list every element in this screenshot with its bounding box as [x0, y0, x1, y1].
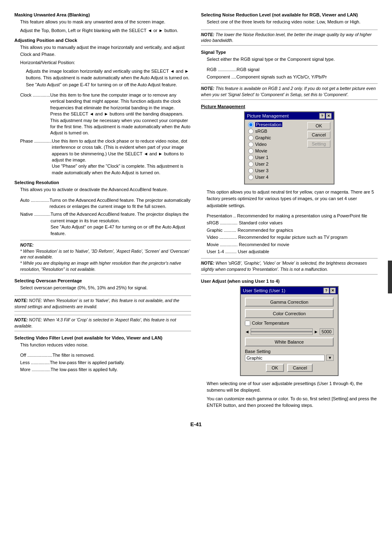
- resolution-title: Selecting Resolution: [14, 180, 191, 185]
- pm-close-icon[interactable]: ✕: [326, 113, 332, 119]
- pm-option-user4[interactable]: User 4: [248, 175, 304, 180]
- color-temp-label: Color Temperature: [252, 321, 289, 325]
- pm-option-user1[interactable]: User 1: [248, 155, 304, 160]
- pm-dialog-title: Picture Management: [247, 113, 289, 118]
- signal-type-body: Select either the RGB signal type or the…: [207, 56, 378, 63]
- base-setting-dropdown[interactable]: Graphic: [245, 355, 325, 361]
- adjusting-body1: This allows you to manually adjust the i…: [20, 44, 191, 58]
- us-body: Gamma Correction Color Correction Color …: [241, 294, 338, 375]
- overscan-body: Select overscan percentage (0%, 5%, 10% …: [20, 284, 191, 291]
- phase-def: Phase .............. Use this item to ad…: [20, 138, 191, 176]
- movie-desc: Movie .............. Recommended for mov…: [207, 242, 378, 248]
- slider-left-arrow[interactable]: ◄: [245, 329, 249, 334]
- pm-radio-user4[interactable]: [248, 175, 254, 180]
- pm-body: Presentation sRGB Graphic: [245, 120, 334, 184]
- noise-reduction-body: Select one of the three levels for reduc…: [207, 18, 378, 25]
- resolution-note1: * When 'Resolution' is set to 'Native', …: [20, 249, 189, 260]
- component-desc: Component signals such as Y/Cb/Cr, Y/Pb/…: [236, 74, 378, 80]
- rgb-desc: RGB signal: [237, 67, 378, 73]
- auto-term: Auto ...............: [20, 197, 50, 210]
- presentation-desc-text: Presentation .. Recommended for making a…: [207, 213, 367, 219]
- pm-option-graphic[interactable]: Graphic: [248, 135, 304, 141]
- user-adjust-body2: You can customize each gamma or color. T…: [207, 395, 378, 409]
- pm-radio-user3[interactable]: [248, 168, 254, 173]
- pm-label-srgb: sRGB: [255, 129, 267, 134]
- pm-help-icon[interactable]: ?: [319, 113, 325, 119]
- left-column: Masking Unwanted Area (Blanking) This fe…: [14, 12, 191, 413]
- off-desc: The filter is removed.: [53, 352, 191, 358]
- color-temp-checkbox[interactable]: [245, 321, 250, 326]
- resolution-defs: Auto ............... Turns on the Advanc…: [20, 197, 191, 237]
- us-help-icon[interactable]: ?: [323, 288, 329, 293]
- adjusting-body3: Adjusts the image location horizontally …: [26, 68, 191, 88]
- pm-option-user2[interactable]: User 2: [248, 162, 304, 167]
- pm-cancel-button[interactable]: Cancel: [307, 131, 330, 138]
- signal-type-note: NOTE: This feature is available on RGB 1…: [201, 83, 378, 99]
- overscan-note1-text: NOTE: When 'Resolution' is set to 'Nativ…: [14, 298, 179, 309]
- component-def: Component .... Component signals such as…: [207, 74, 378, 80]
- pm-radio-movie[interactable]: [248, 148, 254, 154]
- base-setting-label: Base Setting: [245, 349, 334, 354]
- phase-term: Phase ..............: [20, 138, 52, 176]
- color-temp-slider[interactable]: [251, 328, 313, 335]
- video-filter-title: Selecting Video Filter Level (not availa…: [14, 335, 191, 340]
- pm-option-presentation[interactable]: Presentation: [248, 122, 304, 127]
- rgb-term: RGB ...............: [207, 67, 237, 73]
- srgb-desc-text: sRGB .............. Standard color value…: [207, 220, 283, 226]
- overscan-note2: NOTE: NOTE: When '4:3 Fill' or 'Crop' is…: [14, 315, 191, 331]
- adjusting-section: Adjusting Position and Clock This allows…: [14, 38, 191, 176]
- video-filter-body1: This function reduces video noise.: [20, 342, 191, 349]
- overscan-note1: NOTE: NOTE: When 'Resolution' is set to …: [14, 295, 191, 312]
- pm-buttons: OK Cancel Setting: [307, 122, 330, 181]
- pm-note: NOTE: When 'sRGB', 'Graphic', 'Video' or…: [201, 258, 378, 274]
- pm-option-movie[interactable]: Movie: [248, 148, 304, 154]
- pm-option-video[interactable]: Video: [248, 142, 304, 147]
- pm-radio-user2[interactable]: [248, 162, 254, 167]
- masking-section: Masking Unwanted Area (Blanking) This fe…: [14, 12, 191, 34]
- resolution-body: This allows you to activate or deactivat…: [20, 186, 191, 193]
- pm-options: Presentation sRGB Graphic: [248, 122, 304, 181]
- off-def: Off .................... The filter is r…: [20, 352, 191, 358]
- video-filter-defs: Off .................... The filter is r…: [20, 352, 191, 373]
- signal-type-title: Signal Type: [201, 50, 378, 55]
- signal-type-body1: Select either the RGB signal type or the…: [207, 56, 378, 63]
- dropdown-arrow-icon[interactable]: ▼: [326, 355, 334, 361]
- pm-titlebar: Picture Management ? ✕: [245, 112, 334, 120]
- pm-section-title: Picture Management: [201, 104, 378, 109]
- pm-radio-presentation[interactable]: [248, 122, 254, 127]
- adjusting-body2: Horizontal/Vertical Position:: [20, 59, 191, 66]
- pm-radio-video[interactable]: [248, 142, 254, 147]
- pm-option-srgb[interactable]: sRGB: [248, 129, 304, 134]
- us-cancel-button[interactable]: Cancel: [287, 364, 313, 372]
- auto-desc: Turns on the Advanced AccuBlend feature.…: [50, 197, 191, 210]
- pm-option-user3[interactable]: User 3: [248, 168, 304, 173]
- pm-titlebar-icons: ? ✕: [319, 113, 332, 119]
- base-setting-dropdown-row: Graphic ▼: [245, 355, 334, 361]
- video-desc-text: Video .............. Recommended for reg…: [207, 234, 348, 240]
- pm-radio-srgb[interactable]: [248, 129, 254, 134]
- more-desc: The low-pass filter is applied fully.: [51, 367, 191, 373]
- pm-radio-user1[interactable]: [248, 155, 254, 160]
- slider-right-arrow[interactable]: ►: [314, 329, 318, 334]
- white-balance-button[interactable]: White Balance: [245, 337, 334, 346]
- us-close-icon[interactable]: ✕: [330, 288, 336, 293]
- native-desc: Turns off the Advanced AccuBlend feature…: [51, 211, 191, 237]
- picture-management-dialog: Picture Management ? ✕ Presentation: [244, 111, 334, 185]
- pm-setting-button[interactable]: Setting: [307, 140, 330, 148]
- clock-term: Clock ..............: [20, 92, 50, 136]
- resolution-body1: This allows you to activate or deactivat…: [20, 186, 191, 193]
- pm-label-user1: User 1: [255, 155, 268, 160]
- us-ok-button[interactable]: OK: [266, 364, 284, 372]
- adjusting-defs: Clock .............. Use this item to fi…: [20, 92, 191, 176]
- gamma-correction-button[interactable]: Gamma Correction: [245, 298, 334, 307]
- rgb-def: RGB ............... RGB signal: [207, 67, 378, 73]
- pm-label-movie: Movie: [255, 148, 267, 153]
- overscan-note2-text: NOTE: When '4:3 Fill' or 'Crop' is selec…: [14, 317, 176, 328]
- us-footer-buttons: OK Cancel: [245, 364, 334, 372]
- color-correction-button[interactable]: Color Correction: [245, 309, 334, 318]
- signal-type-defs: RGB ............... RGB signal Component…: [207, 67, 378, 80]
- less-term: Less ...............: [20, 360, 50, 366]
- noise-reduction-section: Selecting Noise Reduction Level (not ava…: [201, 12, 378, 46]
- pm-ok-button[interactable]: OK: [307, 122, 330, 129]
- pm-radio-graphic[interactable]: [248, 135, 254, 141]
